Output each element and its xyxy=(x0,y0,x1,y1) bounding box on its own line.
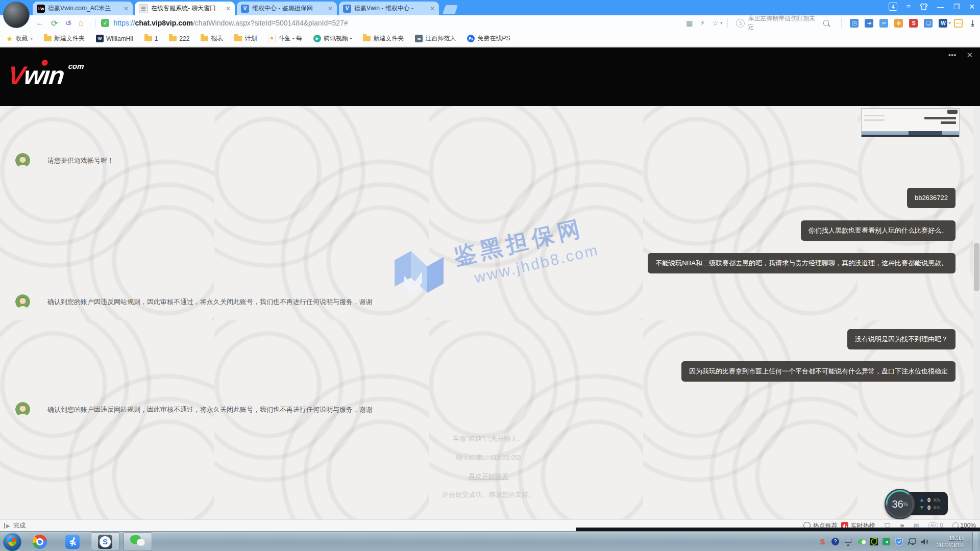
site-safety-shield-icon[interactable]: ✓ xyxy=(101,19,109,27)
close-window-icon[interactable]: ✕ xyxy=(969,2,975,11)
bookmark-folder-2[interactable]: 新建文件夹 xyxy=(363,34,404,43)
search-input[interactable]: S 库里左脚韧带扭伤归期未定 xyxy=(736,17,833,29)
restore-icon[interactable]: ❐ xyxy=(953,2,960,11)
tab-title: 德赢Vwin.com_AC米兰 xyxy=(48,4,120,13)
bookmark-folder[interactable]: 新建文件夹 xyxy=(44,34,85,43)
tab-count-badge[interactable]: 4 xyxy=(889,3,897,11)
bookmark-williamhill[interactable]: WWilliamHil xyxy=(96,35,133,42)
red-extension-icon[interactable]: S xyxy=(909,19,918,28)
url-host: chat.vip8vip.com xyxy=(135,19,193,27)
download-icon[interactable]: ⭳ xyxy=(969,19,976,27)
taskbar-sogou-browser[interactable]: S xyxy=(91,532,119,551)
minimize-icon[interactable]: — xyxy=(937,2,944,11)
jhdb-favicon: V xyxy=(343,5,351,13)
search-hotword[interactable]: 库里左脚韧带扭伤归期未定 xyxy=(748,14,820,32)
bookmark-online-ps[interactable]: Ps免费在线PS xyxy=(467,34,510,43)
tab-weiquan-center[interactable]: V 维权中心 - 鉴黑担保网 ✕ xyxy=(237,2,337,15)
bookmark-folder-plan[interactable]: 计划 xyxy=(234,34,257,43)
chat-close-icon[interactable]: ✕ xyxy=(966,51,973,60)
agent-avatar xyxy=(15,153,30,168)
new-tab-button[interactable] xyxy=(443,5,458,14)
scrollbar-thumb[interactable] xyxy=(974,243,979,291)
user-message-bubble: 没有说明是因为找不到理由吧？ xyxy=(847,329,955,349)
network-speed-widget[interactable]: ▲0K/s ▼0K/s 36% xyxy=(885,489,948,519)
panels-extension-icon[interactable]: ❏ xyxy=(924,19,933,28)
user-message-bubble: 不能说玩NBA和二级联赛都去黑的吧，我请求与贵方经理聊聊，真的没道理，这种比赛都… xyxy=(648,253,955,273)
sogou-pinyin-tray-icon[interactable]: S xyxy=(819,538,827,546)
chrome-icon xyxy=(33,535,47,549)
wechat-tray-icon[interactable] xyxy=(857,538,866,545)
agent-message-text: 确认到您的账户因违反网站规则，因此审核不通过，将永久关闭此账号，我们也不再进行任… xyxy=(47,405,373,414)
favorite-star-icon[interactable]: ☆ xyxy=(712,19,719,27)
help-tray-icon[interactable]: ? xyxy=(831,538,840,546)
chevron-down-icon[interactable]: ▾ xyxy=(948,20,951,26)
hidden-icons-chevron[interactable]: ▴ xyxy=(844,538,852,546)
tab-close-icon[interactable]: ✕ xyxy=(328,5,333,12)
search-icon[interactable] xyxy=(823,20,829,26)
chat-more-icon[interactable]: ••• xyxy=(948,51,957,60)
star-icon: ★ xyxy=(6,34,13,43)
bookmark-favorites[interactable]: ★收藏▾ xyxy=(6,34,33,43)
tab-vwin-weiquan[interactable]: V 德赢Vwin - 维权中心 - ✕ xyxy=(339,2,439,15)
restart-chat-link[interactable]: 再次开始聊天 xyxy=(0,472,977,481)
flash-boost-icon[interactable]: ⚡ xyxy=(700,19,705,27)
vwin-logo: Vwın com xyxy=(7,61,65,90)
taskbar-thunder[interactable]: ⋠ xyxy=(58,532,87,551)
thunder-icon: ⋠ xyxy=(65,535,80,549)
undo-icon[interactable]: ↺▾ xyxy=(65,19,71,27)
douyu-icon: 鱼 xyxy=(268,35,276,42)
dots-menu-icon[interactable]: ⋯ xyxy=(954,19,963,28)
reload-icon[interactable]: ⟳ xyxy=(51,18,58,28)
bookmark-folder-222[interactable]: 222 xyxy=(169,35,189,42)
tab-close-icon[interactable]: ✕ xyxy=(226,5,231,12)
tab-chat-window[interactable]: 在线客服系统- 聊天窗口 ✕ xyxy=(135,2,235,15)
user-sent-image-thumbnail[interactable] xyxy=(861,108,960,137)
jhdb-logo-icon xyxy=(390,240,447,306)
url-path: /chatWindow.aspx?siteId=5001484&planId=5… xyxy=(193,19,348,27)
tab-vwin-home[interactable]: Vw 德赢Vwin.com_AC米兰 ✕ xyxy=(33,2,133,15)
list-icon: ☰ xyxy=(415,35,423,42)
sogou-search-icon: S xyxy=(736,19,745,28)
puzzle-extension-icon[interactable]: ◳ xyxy=(850,19,859,28)
tencent-video-icon: ▶ xyxy=(313,35,321,42)
taskbar-wechat[interactable] xyxy=(124,532,152,551)
scrollbar-track[interactable] xyxy=(973,106,980,519)
system-message-chat-ended: 聊天结束。 (11:33:05) xyxy=(0,453,977,462)
tab-close-icon[interactable]: ✕ xyxy=(124,5,129,12)
menu-icon[interactable]: ≡ xyxy=(906,2,911,11)
bookmark-folder-1[interactable]: 1 xyxy=(144,35,158,42)
home-icon[interactable]: ⌂ xyxy=(79,18,84,28)
paw-extension-icon[interactable]: ❉ xyxy=(894,19,903,28)
network-tray-icon[interactable] xyxy=(908,538,916,546)
taskbar-clock[interactable]: 11:33 2022/3/18 xyxy=(937,535,964,549)
windows-taskbar: ⋠ S S ? ▴ ◄ 11:33 2022/3/18 xyxy=(0,531,980,551)
bookmark-jxnu[interactable]: ☰江西师范大 xyxy=(415,34,456,43)
folder-icon xyxy=(234,36,242,41)
tab-close-icon[interactable]: ✕ xyxy=(430,5,435,12)
start-button[interactable] xyxy=(3,533,21,551)
bookmark-tencent-video[interactable]: ▶腾讯视频 - xyxy=(313,34,352,43)
skin-icon[interactable] xyxy=(920,3,928,10)
divider xyxy=(841,18,842,28)
taskbar-chrome[interactable] xyxy=(26,532,54,551)
doc-favicon xyxy=(139,4,148,13)
word-icon[interactable]: W xyxy=(939,19,947,28)
door-exit-extension-icon[interactable]: ⇥ xyxy=(865,19,873,28)
watermark-url: www.jhdb8.com xyxy=(473,241,600,287)
volume-tray-icon[interactable] xyxy=(921,538,929,546)
bookmark-douyu[interactable]: 鱼斗鱼 - 每 xyxy=(268,34,302,43)
pc-manager-shield-icon[interactable] xyxy=(895,538,903,546)
green-audio-tray-icon[interactable]: ◄ xyxy=(883,538,891,546)
address-bar[interactable]: https://chat.vip8vip.com/chatWindow.aspx… xyxy=(113,19,348,27)
bookmark-folder-report[interactable]: 报表 xyxy=(201,34,223,43)
browser-profile-avatar[interactable] xyxy=(3,2,30,28)
show-desktop-button[interactable] xyxy=(972,532,978,551)
memory-percent-ball[interactable]: 36% xyxy=(885,489,915,519)
chevron-down-icon[interactable]: ▾ xyxy=(720,20,723,26)
tab-title: 在线客服系统- 聊天窗口 xyxy=(151,4,223,13)
nvidia-tray-icon[interactable] xyxy=(870,538,878,545)
back-icon[interactable]: ← xyxy=(36,18,44,28)
qr-code-icon[interactable]: ▦ xyxy=(686,19,693,27)
system-tray: S ? ▴ ◄ 11:33 2022/3/18 xyxy=(819,532,980,551)
scissors-extension-icon[interactable]: ✂ xyxy=(879,19,888,28)
